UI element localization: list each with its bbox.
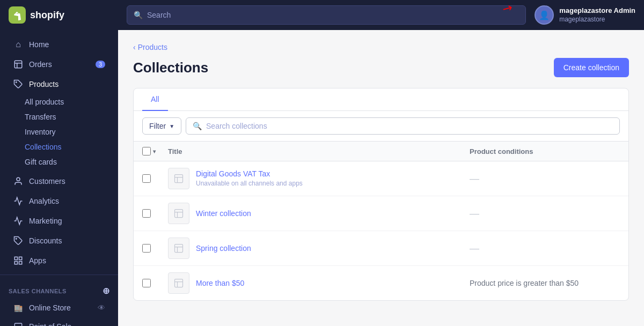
channel-online-store[interactable]: 🏬 Online Store 👁 — [4, 299, 114, 317]
sidebar-sub-collections[interactable]: Collections — [0, 139, 118, 154]
svg-rect-9 — [175, 175, 183, 183]
sidebar-item-analytics[interactable]: Analytics — [4, 191, 114, 211]
row-4-title-cell: More than $50 — [168, 272, 470, 294]
row-4-link[interactable]: More than $50 — [196, 279, 244, 287]
row-2-title-cell: Winter collection — [168, 203, 470, 224]
table-row: Spring collection — — [134, 231, 628, 266]
header-checkbox-cell: ▾ — [142, 147, 168, 155]
pos-icon — [13, 321, 24, 326]
checkbox-dropdown-icon[interactable]: ▾ — [153, 149, 156, 154]
marketing-icon — [13, 216, 24, 226]
search-collections-icon: 🔍 — [193, 122, 202, 130]
sidebar-item-discounts[interactable]: Discounts — [4, 231, 114, 250]
row-2-link[interactable]: Winter collection — [196, 209, 251, 218]
user-area: 👤 mageplazastore Admin mageplazastore ↗ — [535, 5, 635, 25]
svg-rect-6 — [19, 262, 22, 264]
channel-pos[interactable]: Point of Sale — [4, 317, 114, 326]
collections-search[interactable]: 🔍 Search collections — [186, 117, 620, 135]
sidebar-item-apps[interactable]: Apps — [4, 251, 114, 270]
brand-name: shopify — [30, 10, 64, 21]
main-content: ‹ Products Collections Create collection… — [118, 30, 644, 326]
channel-label-pos: Point of Sale — [29, 322, 71, 326]
table-row: Digital Goods VAT Tax Unavailable on all… — [134, 161, 628, 196]
row-checkbox-3 — [142, 244, 168, 253]
filter-label: Filter — [149, 122, 166, 130]
svg-rect-8 — [14, 323, 21, 326]
header-conditions: Product conditions — [470, 147, 620, 155]
brand-logo[interactable]: shopify — [9, 6, 127, 24]
svg-rect-0 — [14, 61, 22, 68]
svg-point-3 — [16, 239, 17, 240]
user-store: mageplazastore — [559, 16, 635, 24]
sidebar-item-marketing[interactable]: Marketing — [4, 211, 114, 231]
filter-bar: Filter ▼ 🔍 Search collections — [134, 111, 628, 142]
tab-all[interactable]: All — [142, 88, 168, 111]
sidebar-sub-gift-cards[interactable]: Gift cards — [0, 154, 118, 169]
eye-icon[interactable]: 👁 — [98, 303, 105, 312]
svg-point-1 — [16, 82, 17, 83]
online-store-icon: 🏬 — [13, 302, 24, 313]
header-checkbox-wrap: ▾ — [142, 147, 156, 155]
row-1-subtitle: Unavailable on all channels and apps — [196, 180, 303, 187]
analytics-icon — [13, 196, 24, 206]
sidebar-item-customers[interactable]: Customers — [4, 172, 114, 191]
svg-rect-5 — [19, 257, 22, 260]
user-info: mageplazastore Admin mageplazastore — [559, 6, 635, 24]
sidebar-label-products: Products — [29, 80, 58, 88]
home-icon: ⌂ — [13, 39, 24, 50]
row-checkbox-4 — [142, 279, 168, 287]
search-icon: 🔍 — [134, 11, 143, 19]
sidebar-item-products[interactable]: Products — [4, 75, 114, 94]
global-search[interactable]: 🔍 Search — [127, 5, 526, 25]
row-3-link[interactable]: Spring collection — [196, 244, 251, 253]
sidebar-sub-all-products[interactable]: All products — [0, 94, 118, 109]
products-icon — [13, 79, 24, 90]
row-4-condition: Product price is greater than $50 — [470, 279, 620, 287]
sidebar: ⌂ Home Orders 3 Products All products Tr… — [0, 30, 118, 326]
create-collection-button[interactable]: Create collection — [554, 58, 629, 77]
svg-rect-7 — [14, 262, 17, 264]
row-3-title-cell: Spring collection — [168, 238, 470, 259]
svg-point-2 — [17, 177, 20, 181]
apps-icon — [13, 255, 24, 266]
shopify-logo-icon — [9, 6, 26, 24]
sidebar-sub-inventory[interactable]: Inventory — [0, 124, 118, 139]
sales-channels-label: SALES CHANNELS ⊕ — [0, 279, 118, 298]
row-3-thumbnail — [168, 238, 189, 259]
row-3-checkbox[interactable] — [142, 244, 151, 253]
select-all-checkbox[interactable] — [142, 147, 151, 155]
row-1-text: Digital Goods VAT Tax Unavailable on all… — [196, 169, 303, 188]
sidebar-item-orders[interactable]: Orders 3 — [4, 55, 114, 74]
sidebar-label-customers: Customers — [29, 177, 65, 186]
add-channel-button[interactable]: ⊕ — [103, 286, 110, 296]
row-1-thumbnail — [168, 168, 189, 189]
row-4-checkbox[interactable] — [142, 279, 151, 287]
sidebar-label-marketing: Marketing — [29, 217, 62, 225]
row-3-condition: — — [470, 243, 620, 254]
table-row: More than $50 Product price is greater t… — [134, 266, 628, 300]
header-title: Title — [168, 147, 470, 155]
svg-rect-11 — [175, 244, 183, 253]
search-placeholder: Search — [147, 11, 171, 19]
row-2-text: Winter collection — [196, 209, 251, 218]
search-collections-placeholder: Search collections — [206, 122, 267, 130]
orders-badge: 3 — [96, 61, 105, 68]
user-avatar[interactable]: 👤 — [535, 5, 554, 25]
layout: ⌂ Home Orders 3 Products All products Tr… — [0, 30, 644, 326]
page-title: Collections — [133, 60, 208, 76]
filter-chevron-icon: ▼ — [169, 123, 174, 129]
svg-rect-10 — [175, 210, 183, 218]
svg-rect-12 — [175, 279, 183, 287]
collections-card: All Filter ▼ 🔍 Search collections — [133, 88, 629, 301]
user-name: mageplazastore Admin — [559, 6, 635, 16]
row-3-text: Spring collection — [196, 244, 251, 253]
sidebar-sub-transfers[interactable]: Transfers — [0, 109, 118, 124]
sidebar-item-home[interactable]: ⌂ Home — [4, 35, 114, 54]
row-checkbox-2 — [142, 209, 168, 218]
filter-button[interactable]: Filter ▼ — [142, 117, 181, 135]
row-1-checkbox[interactable] — [142, 174, 151, 183]
row-1-link[interactable]: Digital Goods VAT Tax — [196, 169, 303, 178]
row-2-checkbox[interactable] — [142, 209, 151, 218]
sidebar-label-apps: Apps — [29, 256, 46, 265]
breadcrumb[interactable]: ‹ Products — [133, 43, 629, 51]
